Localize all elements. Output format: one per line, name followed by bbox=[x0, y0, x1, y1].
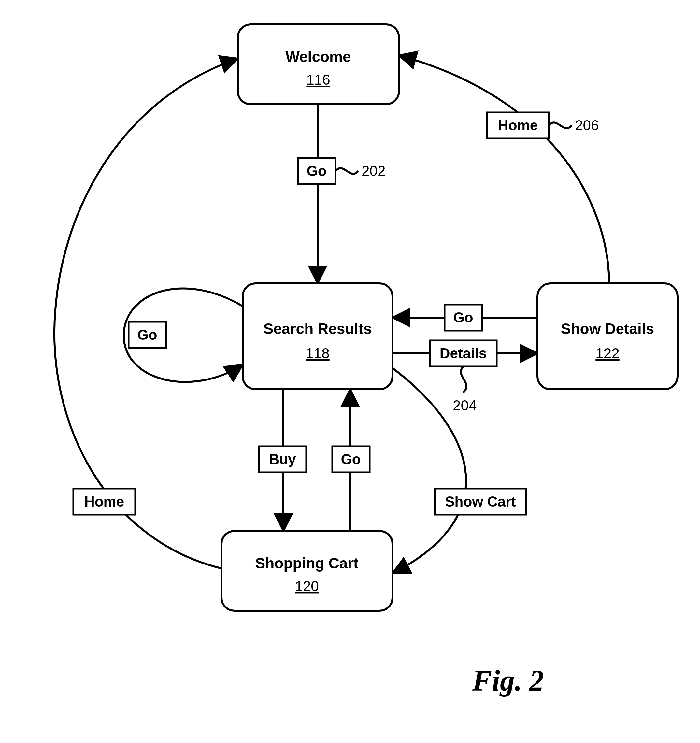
node-shopping-cart-ref: 120 bbox=[295, 578, 318, 594]
node-show-details-ref: 122 bbox=[595, 345, 619, 361]
ref-connector-204 bbox=[461, 366, 466, 392]
edge-details-to-welcome bbox=[399, 55, 609, 283]
state-diagram: Go 202 Go Go Details 204 Buy Go Home Hom… bbox=[0, 0, 700, 743]
edge-label-details: Details bbox=[440, 345, 487, 361]
ref-connector-206 bbox=[549, 123, 572, 128]
node-shopping-cart: Shopping Cart 120 bbox=[222, 531, 392, 611]
edge-label-go-cart: Go bbox=[341, 451, 361, 467]
ref-206: 206 bbox=[575, 117, 599, 133]
node-search-results-title: Search Results bbox=[263, 320, 371, 337]
node-show-details-title: Show Details bbox=[561, 320, 654, 337]
node-show-details: Show Details 122 bbox=[537, 283, 678, 389]
node-search-results-ref: 118 bbox=[306, 345, 329, 361]
ref-202: 202 bbox=[361, 163, 385, 179]
node-welcome: Welcome 116 bbox=[238, 24, 399, 104]
edge-label-home-right: Home bbox=[498, 117, 538, 133]
edge-label-home-left: Home bbox=[84, 493, 124, 509]
edge-label-showcart: Show Cart bbox=[445, 493, 516, 509]
ref-connector-202 bbox=[336, 168, 358, 174]
node-welcome-ref: 116 bbox=[306, 72, 330, 87]
edge-label-go-details: Go bbox=[453, 309, 473, 326]
figure-caption: Fig. 2 bbox=[472, 665, 544, 697]
node-search-results: Search Results 118 bbox=[243, 283, 392, 389]
node-shopping-cart-title: Shopping Cart bbox=[255, 555, 359, 572]
ref-204: 204 bbox=[453, 397, 477, 413]
edge-label-go-self: Go bbox=[137, 327, 157, 343]
edge-label-go-1: Go bbox=[306, 163, 326, 179]
edge-label-buy: Buy bbox=[269, 451, 296, 467]
node-welcome-title: Welcome bbox=[285, 48, 351, 65]
